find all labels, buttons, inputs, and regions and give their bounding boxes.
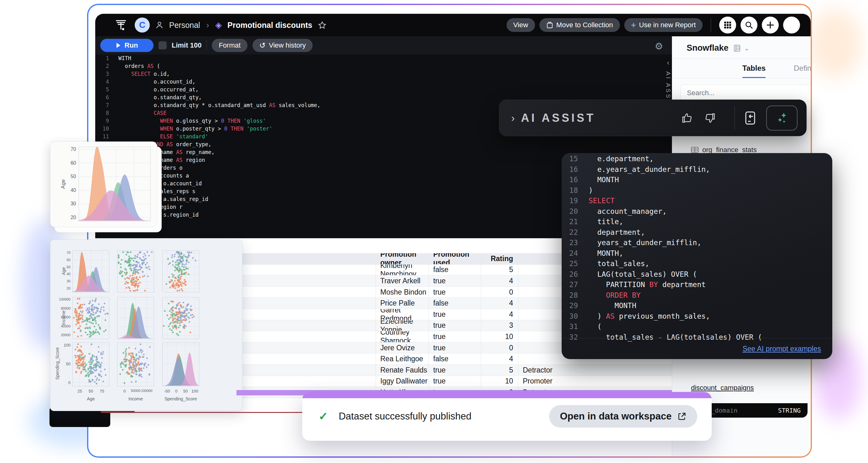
- cell: true: [429, 376, 481, 387]
- cell: 10: [481, 376, 518, 387]
- cell: 5: [481, 265, 518, 275]
- favorite-star-icon[interactable]: [318, 21, 327, 29]
- code-line: 24 MONTH,: [562, 248, 832, 259]
- cell: Iggy Dalliwater: [376, 376, 429, 387]
- ai-sparkle-button[interactable]: [766, 105, 798, 131]
- ai-code-block[interactable]: 15 e.department,16 e.years_at_dunder_mif…: [562, 153, 832, 341]
- sidebar-title: Snowflake: [687, 43, 728, 53]
- cell: Price Palle: [376, 298, 429, 309]
- cell: true: [429, 342, 481, 354]
- insert-code-icon[interactable]: [744, 111, 757, 125]
- cell: Renate Faulds: [376, 365, 429, 376]
- pairplot-cell-Age-vs-Spending_Score: [162, 251, 199, 292]
- pairplot-card: 706050403020Age1000008000060000400002000…: [50, 239, 243, 411]
- cell: [238, 342, 376, 354]
- code-line: 18): [562, 185, 832, 196]
- code-line: 26 LAG(total_sales) OVER (: [562, 269, 832, 280]
- kde-chart-card: Age 706050403020: [50, 141, 157, 227]
- breadcrumb-personal[interactable]: Personal: [169, 21, 200, 30]
- cell: [238, 309, 376, 320]
- thumbs-up-icon[interactable]: [681, 112, 693, 124]
- cell: true: [429, 320, 481, 331]
- discount-campaigns-link[interactable]: discount_campaigns: [691, 384, 811, 392]
- y-tick-label: 50: [65, 174, 76, 179]
- cell: [238, 376, 376, 387]
- view-button[interactable]: View: [506, 18, 535, 32]
- pairplot-cell-Spending_Score-vs-Income: [117, 342, 154, 386]
- ai-panel-footer: See AI prompt examples: [562, 338, 832, 359]
- open-in-workspace-button[interactable]: Open in data workspace: [549, 405, 697, 428]
- warehouse-icon: [733, 44, 741, 52]
- thumbs-down-icon[interactable]: [704, 112, 716, 124]
- cell: Kimberlyn Nemchinov: [376, 265, 429, 275]
- screenshot-canvas: { "header": { "breadcrumb_personal": "Pe…: [0, 0, 868, 463]
- editor-toolbar: Run Limit 100 Format ↺ View history ⚙: [95, 36, 672, 55]
- schema-row: _domain STRING: [707, 403, 808, 418]
- ai-prompt-examples-link[interactable]: See AI prompt examples: [742, 345, 821, 353]
- pairplot-cell-Age-vs-Age: [72, 251, 109, 292]
- cell: [238, 320, 376, 331]
- y-tick-label: 100000: [55, 297, 70, 301]
- breadcrumb-title[interactable]: Promotional discounts: [227, 21, 312, 30]
- workspace-logo[interactable]: C: [135, 18, 150, 33]
- search-input[interactable]: [686, 89, 811, 97]
- column-header[interactable]: [238, 253, 376, 264]
- history-icon: ↺: [259, 41, 266, 50]
- avatar[interactable]: [783, 16, 800, 33]
- pairplot-cell-Income-vs-Income: [117, 297, 154, 339]
- limit-label[interactable]: Limit 100: [172, 41, 202, 49]
- code-line: 5 o.occurred_at,: [95, 86, 672, 94]
- pairplot-cell-Spending_Score-vs-Spending_Score: [162, 342, 199, 386]
- expand-chevron-icon[interactable]: ›: [511, 112, 515, 124]
- y-tick-label: 40: [65, 188, 76, 193]
- pairplot-cell-Age-vs-Income: [117, 251, 154, 292]
- move-to-collection-button[interactable]: Move to Collection: [539, 18, 620, 32]
- table-row: Iggy Dalliwatertrue10Promoter: [238, 376, 672, 387]
- limit-checkbox[interactable]: [158, 41, 167, 49]
- view-history-button[interactable]: ↺ View history: [252, 39, 313, 52]
- app-header: C Personal › ◈ Promotional discounts Vie…: [95, 14, 811, 36]
- column-header[interactable]: Promotion used: [429, 253, 481, 264]
- cell: 5: [481, 365, 518, 376]
- cell: true: [429, 331, 481, 342]
- kde-plot: [79, 147, 151, 221]
- cell: [238, 354, 376, 364]
- use-in-new-report-button[interactable]: + Use in new Report: [624, 18, 703, 32]
- cell: Courtney Sharnock: [376, 331, 429, 342]
- run-button[interactable]: Run: [100, 39, 154, 52]
- sidebar-tabs: Tables Definitions: [672, 59, 811, 78]
- collapse-chevron-icon[interactable]: ‹: [667, 59, 669, 67]
- cell: true: [429, 287, 481, 298]
- pillar-logo-icon[interactable]: [115, 19, 127, 31]
- gear-icon[interactable]: ⚙: [655, 41, 663, 52]
- code-line: 20 account_manager,: [562, 206, 832, 217]
- pairplot-xlabel: Age: [69, 396, 113, 401]
- cell: Traver Arkell: [376, 275, 429, 287]
- pairplot-cell-Income-vs-Spending_Score: [162, 297, 199, 339]
- tab-tables[interactable]: Tables: [742, 64, 766, 78]
- collection-box-icon: [546, 21, 553, 29]
- cell: Moshe Bindon: [376, 287, 429, 298]
- apps-grid-button[interactable]: [719, 16, 736, 33]
- cell: 4: [481, 275, 518, 287]
- cell: [238, 298, 376, 309]
- code-line: 2 orders AS (: [95, 62, 672, 70]
- tab-definitions[interactable]: Definitions: [794, 64, 811, 78]
- code-line: 4 o.account_id,: [95, 78, 672, 86]
- y-tick-label: 70: [55, 251, 70, 255]
- column-header[interactable]: Promotion owner: [376, 253, 429, 264]
- ambient-glow-top-right: [808, 9, 861, 78]
- y-tick-label: 20000: [55, 333, 70, 337]
- format-button[interactable]: Format: [212, 39, 247, 52]
- pairplot-cell-Income-vs-Age: [72, 297, 109, 339]
- new-item-button[interactable]: [762, 16, 779, 33]
- code-line: 22 department,: [562, 227, 832, 238]
- header-divider: [711, 18, 711, 32]
- search-button[interactable]: [741, 16, 757, 33]
- source-chevron-down-icon[interactable]: ⌄: [744, 44, 750, 52]
- ai-assist-bar[interactable]: › AI ASSIST: [499, 100, 807, 136]
- y-tick-label: 70: [65, 146, 76, 152]
- cell: [238, 275, 376, 287]
- column-header[interactable]: Rating: [481, 253, 518, 264]
- sidebar-search[interactable]: [680, 85, 811, 101]
